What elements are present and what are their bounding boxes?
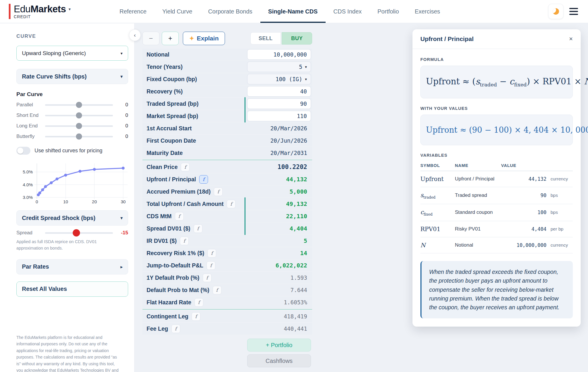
cashflows-button[interactable]: Cashflows xyxy=(247,354,311,367)
slider-handle[interactable] xyxy=(76,102,82,108)
slider-track[interactable] xyxy=(45,125,113,127)
slider-butterfly: Butterfly0 xyxy=(16,133,128,140)
add-to-portfolio-button[interactable]: + Portfolio xyxy=(247,339,311,351)
variable-row-notional: NNotional10,000,000currency xyxy=(420,237,573,253)
slider-handle[interactable] xyxy=(73,229,80,237)
formula-info-button[interactable]: f xyxy=(194,224,202,233)
row-label: Spread DV01 ($) xyxy=(147,225,190,232)
theme-toggle-button[interactable] xyxy=(548,4,563,19)
row-input-recovery[interactable]: 40 xyxy=(247,86,311,97)
row-input-traded-spread-bp[interactable]: 90 xyxy=(247,98,311,109)
sidebar-collapse-button[interactable]: ‹ xyxy=(129,29,141,41)
slider-value: 0 xyxy=(117,112,128,118)
variable-unit: bps xyxy=(546,210,573,215)
spread-shock-slider: Spread-15 xyxy=(16,230,128,236)
close-icon[interactable]: × xyxy=(569,36,573,42)
row-input-market-spread-bp[interactable]: 110 xyxy=(247,111,311,121)
formula-info-button[interactable]: f xyxy=(171,325,180,333)
formula-info-button[interactable]: f xyxy=(195,298,203,307)
formula-info-button[interactable]: f xyxy=(175,212,184,221)
use-shifted-curves-toggle[interactable]: Use shifted curves for pricing xyxy=(16,147,128,155)
row-label: Total Upfront / Cash Amount xyxy=(147,201,223,207)
slider-track[interactable] xyxy=(45,104,113,106)
nav-item-exercises[interactable]: Exercises xyxy=(407,0,448,23)
nav-item-portfolio[interactable]: Portfolio xyxy=(369,0,407,23)
nav-item-single-name-cds[interactable]: Single-Name CDS xyxy=(260,0,326,23)
direction-segmented-control: SELL BUY xyxy=(250,32,312,45)
row-value: 5,000 xyxy=(290,188,312,195)
increment-button[interactable]: + xyxy=(162,32,179,45)
app-root: EduMarkets CREDIT ▾ ReferenceYield Curve… xyxy=(0,0,588,372)
nav-item-corporate-bonds[interactable]: Corporate Bonds xyxy=(200,0,260,23)
row-select-tenor-years[interactable]: 5▾ xyxy=(247,62,311,72)
row-value: 418,419 xyxy=(284,313,312,320)
pricer-row-default-prob-to-mat: Default Prob to Mat (%)f7.644 xyxy=(142,284,312,296)
slider-handle[interactable] xyxy=(76,123,82,129)
row-value: 49,132 xyxy=(286,200,312,207)
row-value: 90 xyxy=(300,100,307,107)
logo-subtitle: CREDIT xyxy=(14,15,66,19)
slider-label: Long End xyxy=(16,123,43,129)
pricer-row-flat-hazard-rate: Flat Hazard Ratef1.6053% xyxy=(142,296,312,308)
teal-separator xyxy=(142,160,312,160)
variable-name: Notional xyxy=(455,242,501,248)
row-select-fixed-coupon-bp[interactable]: 100 (IG)▾ xyxy=(247,74,311,84)
formula-info-button[interactable]: f xyxy=(180,237,189,245)
formula-info-button[interactable]: f xyxy=(199,175,208,184)
credit-spread-shock-header[interactable]: Credit Spread Shock (bps) ▾ xyxy=(16,210,128,226)
shift-sliders: Parallel0Short End0Long End0Butterfly0 xyxy=(16,102,128,140)
row-label: 1st Accrual Start xyxy=(147,125,192,132)
disclaimer-text: The EduMarkets platform is for education… xyxy=(16,334,119,372)
formula-info-button[interactable]: f xyxy=(214,187,223,196)
row-label: Flat Hazard Rate xyxy=(147,299,191,306)
variable-symbol: cfixed xyxy=(420,209,455,216)
logo-title: EduMarkets xyxy=(14,4,66,14)
par-rates-header[interactable]: Par Rates ▸ xyxy=(16,259,128,274)
pricer-row-recovery: Recovery (%)40 xyxy=(142,86,312,97)
rate-curve-shifts-header[interactable]: Rate Curve Shifts (bps) ▾ xyxy=(16,69,128,84)
formula-info-button[interactable]: f xyxy=(181,163,190,171)
main-nav: ReferenceYield CurveCorporate BondsSingl… xyxy=(111,0,448,23)
highlight-bar xyxy=(245,222,245,235)
slider-track[interactable] xyxy=(45,136,113,137)
highlight-bar xyxy=(245,110,245,122)
row-value: 1.593 xyxy=(290,274,312,281)
row-value: 5 xyxy=(299,64,302,70)
explanation-note: When the traded spread exceeds the fixed… xyxy=(420,261,573,318)
formula-info-button[interactable]: f xyxy=(207,249,216,257)
reset-all-values-button[interactable]: Reset All Values xyxy=(16,281,128,297)
nav-item-cds-index[interactable]: CDS Index xyxy=(326,0,370,23)
formula-info-button[interactable]: f xyxy=(203,274,212,282)
slider-handle[interactable] xyxy=(76,112,82,119)
curve-preset-select[interactable]: Upward Sloping (Generic) ▾ xyxy=(16,46,128,61)
row-label: Tenor (Years) xyxy=(147,64,183,70)
row-value: 22,110 xyxy=(286,213,312,220)
values-section-label: WITH YOUR VALUES xyxy=(420,106,573,111)
pricer-rows: Notional10,000,000Tenor (Years)5▾Fixed C… xyxy=(142,49,312,335)
slider-handle[interactable] xyxy=(76,134,82,140)
logo-caret-icon[interactable]: ▾ xyxy=(68,7,71,11)
buy-button[interactable]: BUY xyxy=(282,32,312,45)
pricer-row-accrued-premium-18d: Accrued Premium (18d)f5,000 xyxy=(142,186,312,197)
row-input-notional[interactable]: 10,000,000 xyxy=(247,49,311,60)
pricer-row-traded-spread-bp: Traded Spread (bp)90 xyxy=(142,98,312,110)
decrement-button[interactable]: − xyxy=(142,32,159,45)
pricer-row-first-coupon-date: First Coupon Date20/Jun/2026 xyxy=(142,135,312,146)
formula-info-button[interactable]: f xyxy=(213,286,221,294)
formula-info-button[interactable]: f xyxy=(192,312,200,321)
logo[interactable]: EduMarkets CREDIT ▾ xyxy=(9,0,71,23)
formula-info-button[interactable]: f xyxy=(227,200,235,208)
slider-track[interactable] xyxy=(45,232,113,234)
hamburger-menu-icon[interactable] xyxy=(569,8,578,15)
explain-button[interactable]: ✦ Explain xyxy=(183,32,225,45)
toggle-switch[interactable] xyxy=(16,147,30,155)
nav-item-yield-curve[interactable]: Yield Curve xyxy=(154,0,200,23)
sell-button[interactable]: SELL xyxy=(250,32,281,45)
nav-item-reference[interactable]: Reference xyxy=(111,0,154,23)
formula-info-button[interactable]: f xyxy=(207,261,215,270)
variable-value: 100 xyxy=(501,209,546,215)
logo-accent-bar xyxy=(9,4,11,19)
slider-track[interactable] xyxy=(45,115,113,116)
slider-parallel: Parallel0 xyxy=(16,102,128,108)
highlight-bar xyxy=(245,210,245,223)
